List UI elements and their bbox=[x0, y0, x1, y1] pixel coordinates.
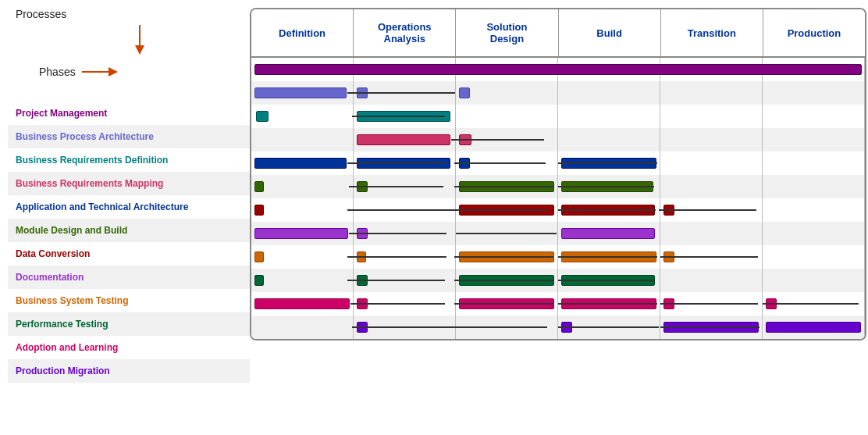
cell-8-0 bbox=[251, 245, 354, 269]
cell-11-1 bbox=[354, 316, 456, 339]
cell-2-1 bbox=[354, 105, 456, 128]
cell-1-4 bbox=[660, 81, 763, 105]
left-panel: Processes Phases Project Management Busi… bbox=[8, 8, 250, 383]
bar-doc-def bbox=[254, 228, 348, 239]
cell-9-0 bbox=[251, 269, 354, 292]
cell-3-3 bbox=[558, 128, 660, 152]
bar-al-trans bbox=[663, 298, 674, 309]
svg-marker-1 bbox=[135, 45, 144, 55]
cell-11-2 bbox=[456, 316, 558, 339]
bar-ata-def bbox=[254, 158, 347, 169]
bar-al-ops bbox=[357, 298, 368, 309]
bar-pm bbox=[254, 64, 862, 75]
cell-9-4 bbox=[660, 269, 763, 292]
bar-al-def bbox=[254, 298, 350, 309]
phase-header-production: Production bbox=[763, 9, 865, 56]
cell-1-5 bbox=[763, 81, 865, 105]
bar-bst-build bbox=[561, 251, 656, 262]
cell-10-3 bbox=[558, 292, 660, 316]
bar-dc-trans bbox=[663, 205, 674, 216]
bar-mdb-sol bbox=[459, 181, 554, 192]
cell-4-5 bbox=[763, 152, 865, 175]
cell-5-3 bbox=[558, 175, 660, 198]
cell-4-0 bbox=[251, 152, 354, 175]
process-label-1: Business Process Architecture bbox=[8, 125, 250, 148]
gantt-row-5 bbox=[251, 175, 865, 198]
process-label-5: Module Design and Build bbox=[8, 219, 250, 242]
process-label-4: Application and Technical Architecture bbox=[8, 195, 250, 219]
cell-5-5 bbox=[763, 175, 865, 198]
phase-headers: Definition OperationsAnalysis SolutionDe… bbox=[251, 9, 865, 58]
top-left-area: Processes Phases bbox=[8, 8, 250, 102]
cell-7-4 bbox=[660, 222, 763, 245]
phase-header-definition: Definition bbox=[251, 9, 354, 56]
cell-8-1 bbox=[354, 245, 456, 269]
cell-7-5 bbox=[763, 222, 865, 245]
cell-9-3 bbox=[558, 269, 660, 292]
phase-header-build: Build bbox=[559, 9, 661, 56]
phase-header-transition: Transition bbox=[661, 9, 763, 56]
bar-dc-build bbox=[561, 205, 655, 216]
process-label-2: Business Requirements Definition bbox=[8, 148, 250, 172]
cell-3-4 bbox=[660, 128, 763, 152]
bar-brd-ops bbox=[357, 111, 450, 122]
phases-row: Phases bbox=[16, 64, 250, 80]
gantt-row-4 bbox=[251, 152, 865, 175]
bar-doc-ops bbox=[357, 228, 368, 239]
cell-10-5 bbox=[763, 292, 865, 316]
bar-pt-sol bbox=[459, 275, 554, 286]
bar-dc-sol bbox=[459, 205, 554, 216]
cell-3-1 bbox=[354, 128, 456, 152]
bar-doc-build bbox=[561, 228, 655, 239]
bar-dc-def bbox=[254, 205, 264, 216]
cell-7-0 bbox=[251, 222, 354, 245]
gantt-row-0 bbox=[251, 58, 865, 81]
gantt-row-9 bbox=[251, 269, 865, 292]
cell-9-1 bbox=[354, 269, 456, 292]
bar-al-sol bbox=[459, 298, 554, 309]
bar-pm-prod bbox=[766, 322, 861, 333]
cell-2-4 bbox=[660, 105, 763, 128]
gantt-row-2 bbox=[251, 105, 865, 128]
gantt-row-7 bbox=[251, 222, 865, 245]
process-label-10: Adoption and Learning bbox=[8, 336, 250, 359]
cell-6-3 bbox=[558, 198, 660, 222]
bar-bst-def bbox=[254, 251, 264, 262]
bar-pt-ops bbox=[357, 275, 368, 286]
cell-11-3 bbox=[558, 316, 660, 339]
svg-marker-3 bbox=[108, 67, 118, 77]
cell-5-1 bbox=[354, 175, 456, 198]
cell-8-4 bbox=[660, 245, 763, 269]
cell-7-3 bbox=[558, 222, 660, 245]
bar-al-build bbox=[561, 298, 656, 309]
cell-2-2 bbox=[456, 105, 558, 128]
bar-bst-sol bbox=[459, 251, 554, 262]
phase-header-solution: SolutionDesign bbox=[456, 9, 558, 56]
bar-pm-build bbox=[561, 322, 572, 333]
cell-11-4 bbox=[660, 316, 763, 339]
bar-brm-sol bbox=[459, 134, 471, 145]
cell-6-1 bbox=[354, 198, 456, 222]
cell-9-2 bbox=[456, 269, 558, 292]
bar-mdb-def bbox=[254, 181, 264, 192]
cell-4-4 bbox=[660, 152, 763, 175]
process-label-6: Data Conversion bbox=[8, 242, 250, 266]
down-arrow bbox=[30, 25, 250, 56]
cell-1-1 bbox=[354, 81, 456, 105]
cell-4-1 bbox=[354, 152, 456, 175]
cell-6-0 bbox=[251, 198, 354, 222]
cell-2-0 bbox=[251, 105, 354, 128]
process-label-9: Performance Testing bbox=[8, 312, 250, 336]
cell-10-2 bbox=[456, 292, 558, 316]
bar-al-prod bbox=[766, 298, 777, 309]
bar-bst-ops bbox=[357, 251, 366, 262]
cell-5-4 bbox=[660, 175, 763, 198]
bar-pt-build bbox=[561, 275, 655, 286]
cell-8-3 bbox=[558, 245, 660, 269]
bar-brd-def bbox=[256, 111, 269, 122]
cell-8-2 bbox=[456, 245, 558, 269]
bar-pm-trans bbox=[663, 322, 759, 333]
cell-6-4 bbox=[660, 198, 763, 222]
phase-header-ops: OperationsAnalysis bbox=[354, 9, 456, 56]
bar-ata-build bbox=[561, 158, 656, 169]
